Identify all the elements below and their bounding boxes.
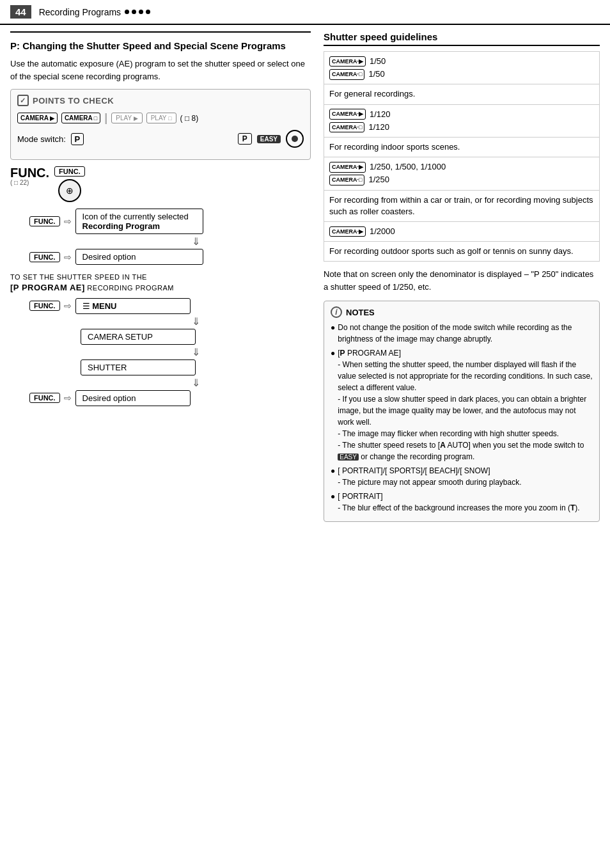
points-to-check-box: ✓ POINTS TO CHECK CAMERA ▶ CAMERA □ | PL… (10, 89, 311, 160)
note-text-1: Do not change the position of the mode s… (338, 322, 593, 345)
speed-cameras-3: CAMERA·▶ 1/250, 1/500, 1/1000 CAMERA·□ 1… (324, 157, 600, 190)
speed-values-3: CAMERA·▶ 1/250, 1/500, 1/1000 CAMERA·□ 1… (329, 161, 594, 185)
speed-1b: 1/50 (368, 68, 384, 80)
menu-item-camera: CAMERA SETUP (29, 329, 311, 345)
note-4-header: [ PORTRAIT] (338, 492, 382, 501)
speed-val-row-7: CAMERA·▶ 1/2000 (329, 226, 594, 237)
shutter-subtitle: To set the shutter speed in the [P PROGR… (10, 272, 311, 294)
menu-icon: ☰ (82, 301, 90, 311)
speed-val-row-6: CAMERA·□ 1/250 (329, 174, 594, 185)
shutter-box: SHUTTER (81, 359, 196, 375)
note-2-line1: - When setting the shutter speed, the nu… (338, 360, 592, 392)
speed-val-row-2: CAMERA·□ 1/50 (329, 68, 594, 80)
note-text-4: [ PORTRAIT] - The blur effect of the bac… (338, 491, 579, 514)
cam-label-3a: CAMERA·▶ (329, 162, 366, 173)
speed-table: CAMERA·▶ 1/50 CAMERA·□ 1/50 For general … (324, 51, 600, 262)
func-big-label: FUNC. (10, 166, 49, 179)
bullet-3: ● (331, 465, 335, 488)
flow-down-arrow-1: ⇓ (81, 235, 311, 248)
speed-val-row-1: CAMERA·▶ 1/50 (329, 56, 594, 67)
table-row: CAMERA·▶ 1/50 CAMERA·□ 1/50 (324, 52, 600, 84)
page-number: 44 (10, 5, 31, 19)
page-title-text: Recording Programs (39, 7, 121, 17)
flow-recording-program: FUNC. ⇨ Icon of the currently selected R… (29, 209, 311, 265)
shutter-subtitle-line2: Recording Program (87, 284, 174, 292)
speed-3b: 1/250 (368, 174, 389, 185)
photo-icon: □ (94, 115, 97, 122)
p-program-icon: P (10, 40, 17, 51)
table-row: For recording from within a car or train… (324, 190, 600, 221)
note-item-3: ● [ PORTRAIT]/[ SPORTS]/[ BEACH]/[ SNOW]… (331, 465, 593, 488)
notes-title: i NOTES (331, 306, 593, 318)
flow-row-1: FUNC. ⇨ Icon of the currently selected R… (29, 209, 311, 234)
func-button[interactable]: FUNC. (54, 166, 85, 177)
speed-cameras-4: CAMERA·▶ 1/2000 (324, 221, 600, 241)
speed-val-row-3: CAMERA·▶ 1/120 (329, 109, 594, 120)
desc-4: For recording outdoor sports such as gol… (324, 242, 600, 262)
main-content: P: Changing the Shutter Speed and Specia… (0, 31, 610, 528)
mode-switch-label-text: Mode switch: P (17, 134, 84, 144)
speed-val-row-5: CAMERA·▶ 1/250, 1/500, 1/1000 (329, 161, 594, 173)
cam-label-4a: CAMERA·▶ (329, 226, 366, 237)
table-row: CAMERA·▶ 1/250, 1/500, 1/1000 CAMERA·□ 1… (324, 157, 600, 190)
camera-setup-box: CAMERA SETUP (81, 329, 196, 345)
speed-values-2: CAMERA·▶ 1/120 CAMERA·□ 1/120 (329, 109, 594, 133)
note-2-header: [P PROGRAM AE] (338, 349, 401, 358)
cam-label-1a: CAMERA·▶ (329, 56, 366, 67)
cam-label-3b: CAMERA·□ (329, 175, 364, 185)
section-heading: P: Changing the Shutter Speed and Specia… (10, 39, 311, 52)
bullet-4: ● (331, 491, 335, 514)
shutter-prog-name: [P PROGRAM AE] (10, 283, 85, 292)
speed-values-1: CAMERA·▶ 1/50 CAMERA·□ 1/50 (329, 56, 594, 80)
dpad-arrows: ⊕ (58, 179, 81, 202)
bullet-1: ● (331, 322, 335, 345)
desc-2: For recording indoor sports scenes. (324, 137, 600, 157)
menu-flow: FUNC. ⇨ ☰ MENU ⇓ CAMERA SETUP ⇓ SHUTTER … (29, 298, 311, 406)
note-2-line3: - The image may flicker when recording w… (338, 429, 559, 438)
flow-down-arrow-4: ⇓ (81, 377, 311, 389)
func-section: FUNC. ( □ 22) FUNC. ⊕ (10, 166, 311, 202)
p-mode-badge: P (71, 133, 84, 145)
func-btn-desired: FUNC. (29, 393, 60, 403)
func-btn-flow2: FUNC. (29, 252, 60, 262)
camera-label2: CAMERA (65, 114, 93, 122)
flow-down-arrow-3: ⇓ (81, 346, 311, 358)
table-row: For recording indoor sports scenes. (324, 137, 600, 157)
page-header: 44 Recording Programs (0, 0, 610, 25)
note-item-4: ● [ PORTRAIT] - The blur effect of the b… (331, 491, 593, 514)
camera-photo-button: CAMERA □ (61, 113, 100, 123)
cam-label-2b: CAMERA·□ (329, 122, 364, 133)
menu-item-desired: FUNC. ⇨ Desired option (29, 390, 311, 406)
info-icon: i (331, 306, 342, 318)
func-btn-flow1: FUNC. (29, 216, 60, 226)
func-button-group: FUNC. ⊕ (54, 166, 85, 202)
menu-label: MENU (92, 301, 116, 311)
section-heading-text: : Changing the Shutter Speed and Special… (17, 40, 286, 51)
note-2-line2: - If you use a slow shutter speed in dar… (338, 395, 586, 427)
func-label-group: FUNC. ( □ 22) (10, 166, 49, 186)
desc-1: For general recordings. (324, 84, 600, 104)
menu-item-shutter: SHUTTER (29, 359, 311, 375)
left-column: P: Changing the Shutter Speed and Specia… (10, 31, 311, 528)
dpad-control[interactable]: ⊕ (58, 179, 81, 202)
desired-option-box-1: Desired option (75, 249, 203, 265)
flow-down-arrow-2: ⇓ (81, 315, 311, 327)
notes-content: ● Do not change the position of the mode… (331, 322, 593, 514)
points-box-title: ✓ POINTS TO CHECK (17, 95, 304, 106)
speed-2b: 1/120 (368, 122, 389, 133)
func-page-ref: ( □ 22) (10, 179, 49, 186)
arrow-right-1: ⇨ (64, 216, 72, 226)
p-badge: P (238, 133, 252, 145)
speed-cameras-1: CAMERA·▶ 1/50 CAMERA·□ 1/50 (324, 52, 600, 84)
arrow-right-menu: ⇨ (64, 301, 72, 311)
guidelines-title: Shutter speed guidelines (324, 31, 600, 46)
notes-title-text: NOTES (346, 308, 375, 317)
bullet-2: ● (331, 347, 335, 462)
cam-label-1b: CAMERA·□ (329, 69, 364, 80)
shutter-subtitle-line1: To set the shutter speed in the (10, 273, 147, 281)
video-icon: ▶ (50, 115, 54, 122)
note-text-3: [ PORTRAIT]/[ SPORTS]/[ BEACH]/[ SNOW] -… (338, 465, 521, 488)
note-item-1: ● Do not change the position of the mode… (331, 322, 593, 345)
dial-icon (286, 130, 304, 148)
recording-program-bold: Recording Program (82, 221, 160, 231)
